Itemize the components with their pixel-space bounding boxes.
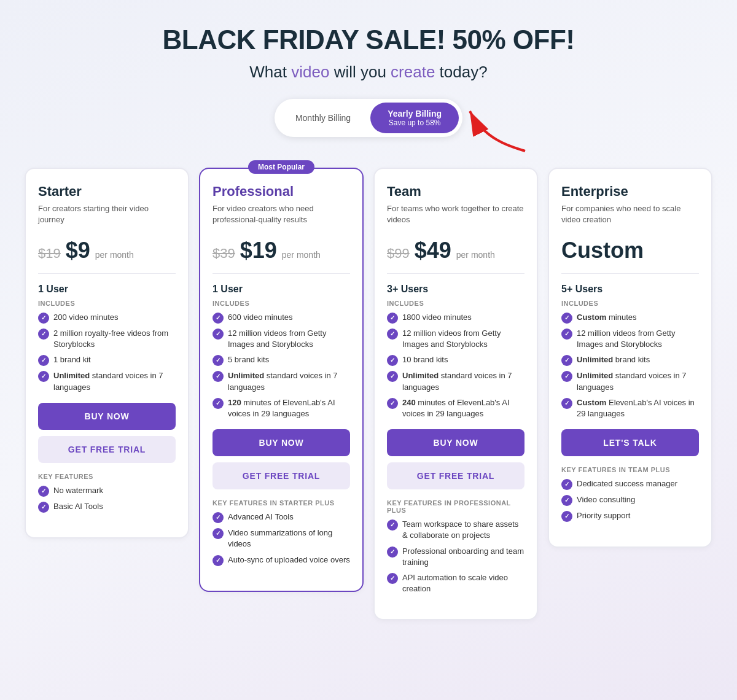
list-item: Team workspace to share assets & collabo… (387, 519, 524, 541)
page-wrapper: BLACK FRIDAY SALE! 50% OFF! What video w… (25, 25, 712, 620)
list-item: No watermark (38, 485, 176, 497)
professional-description: For video creators who need professional… (213, 203, 350, 228)
starter-key-features-list: No watermark Basic AI Tools (38, 485, 176, 513)
subheadline-before: What (249, 63, 291, 81)
check-icon (387, 371, 398, 382)
team-divider (387, 273, 524, 274)
professional-plan-name: Professional (213, 184, 350, 200)
professional-new-price: $19 (240, 238, 277, 263)
list-item: 2 million royalty-free videos from Story… (38, 328, 176, 350)
starter-plan-name: Starter (38, 184, 176, 200)
list-item: Basic AI Tools (38, 501, 176, 513)
starter-users: 1 User (38, 284, 176, 295)
check-icon (38, 313, 49, 324)
list-item: Unlimited standard voices in 7 languages (213, 370, 350, 392)
subheadline-after: today? (435, 63, 487, 81)
list-item: Unlimited standard voices in 7 languages (561, 370, 699, 392)
team-old-price: $99 (387, 246, 410, 262)
check-icon (213, 313, 224, 324)
starter-price-row: $19 $9 per month (38, 238, 176, 263)
red-arrow-icon (467, 105, 528, 154)
check-icon (38, 329, 49, 340)
check-icon (38, 486, 49, 497)
team-key-features-list: Team workspace to share assets & collabo… (387, 519, 524, 594)
list-item: 240 minutes of ElevenLab's AI voices in … (387, 397, 524, 419)
list-item: Custom ElevenLab's AI voices in 29 langu… (561, 397, 699, 419)
check-icon (213, 371, 224, 382)
subheadline-create: create (391, 63, 435, 81)
team-buy-now-btn[interactable]: BUY NOW (387, 429, 524, 456)
check-icon (213, 528, 224, 539)
starter-new-price: $9 (66, 238, 90, 263)
professional-free-trial-btn[interactable]: GET FREE TRIAL (213, 462, 350, 489)
starter-free-trial-btn[interactable]: GET FREE TRIAL (38, 436, 176, 463)
list-item: Priority support (561, 510, 699, 522)
list-item: 5 brand kits (213, 354, 350, 366)
pricing-cards: Starter For creators starting their vide… (25, 168, 712, 620)
enterprise-includes-list: Custom minutes 12 million videos from Ge… (561, 312, 699, 419)
team-free-trial-btn[interactable]: GET FREE TRIAL (387, 462, 524, 489)
billing-toggle-wrapper: Monthly Billing Yearly Billing Save up t… (25, 99, 712, 137)
list-item: Video consulting (561, 494, 699, 506)
professional-old-price: $39 (213, 246, 235, 262)
check-icon (213, 555, 224, 566)
list-item: API automation to scale video creation (387, 572, 524, 594)
check-icon (213, 512, 224, 523)
professional-card: Most Popular Professional For video crea… (199, 168, 364, 592)
list-item: 12 million videos from Getty Images and … (561, 328, 699, 350)
professional-buy-now-btn[interactable]: BUY NOW (213, 429, 350, 456)
team-plan-name: Team (387, 184, 524, 200)
starter-card: Starter For creators starting their vide… (25, 168, 189, 539)
check-icon (213, 355, 224, 366)
subheadline: What video will you create today? (25, 63, 712, 82)
professional-includes-label: INCLUDES (213, 300, 350, 307)
check-icon (213, 398, 224, 409)
team-description: For teams who work together to create vi… (387, 203, 524, 228)
list-item: Professional onboarding and team trainin… (387, 546, 524, 568)
enterprise-plan-name: Enterprise (561, 184, 699, 200)
check-icon (387, 546, 398, 558)
monthly-billing-btn[interactable]: Monthly Billing (278, 103, 368, 133)
list-item: Advanced AI Tools (213, 511, 350, 523)
team-new-price: $49 (415, 238, 451, 263)
list-item: Unlimited standard voices in 7 languages (387, 370, 524, 392)
starter-includes-label: INCLUDES (38, 300, 176, 307)
check-icon (387, 329, 398, 340)
yearly-label: Yearly Billing (388, 109, 442, 119)
check-icon (561, 355, 572, 366)
check-icon (387, 313, 398, 324)
check-icon (561, 329, 572, 340)
headline: BLACK FRIDAY SALE! 50% OFF! (25, 25, 712, 55)
team-includes-label: INCLUDES (387, 300, 524, 307)
starter-key-features-label: KEY FEATURES (38, 473, 176, 480)
starter-description: For creators starting their video journe… (38, 203, 176, 228)
starter-buy-now-btn[interactable]: BUY NOW (38, 403, 176, 430)
arrow-wrapper (467, 105, 528, 157)
check-icon (387, 519, 398, 531)
yearly-save-text: Save up to 58% (388, 119, 442, 127)
starter-includes-list: 200 video minutes 2 million royalty-free… (38, 312, 176, 393)
check-icon (38, 355, 49, 366)
team-users: 3+ Users (387, 284, 524, 295)
enterprise-lets-talk-btn[interactable]: LET'S TALK (561, 429, 699, 456)
check-icon (38, 371, 49, 382)
billing-toggle: Monthly Billing Yearly Billing Save up t… (275, 99, 462, 137)
starter-per-month: per month (95, 250, 134, 260)
professional-includes-list: 600 video minutes 12 million videos from… (213, 312, 350, 419)
enterprise-users: 5+ Users (561, 284, 699, 295)
list-item: 1800 video minutes (387, 312, 524, 324)
enterprise-description: For companies who need to scale video cr… (561, 203, 699, 228)
list-item: 1 brand kit (38, 354, 176, 366)
list-item: Auto-sync of uploaded voice overs (213, 554, 350, 566)
list-item: Unlimited brand kits (561, 354, 699, 366)
check-icon (387, 398, 398, 409)
check-icon (561, 313, 572, 324)
list-item: Custom minutes (561, 312, 699, 324)
list-item: 10 brand kits (387, 354, 524, 366)
starter-old-price: $19 (38, 246, 61, 262)
yearly-billing-btn[interactable]: Yearly Billing Save up to 58% (370, 103, 459, 133)
check-icon (213, 329, 224, 340)
check-icon (561, 398, 572, 409)
enterprise-card: Enterprise For companies who need to sca… (548, 168, 712, 548)
team-key-features-label: KEY FEATURES IN PROFESSIONAL PLUS (387, 499, 524, 514)
